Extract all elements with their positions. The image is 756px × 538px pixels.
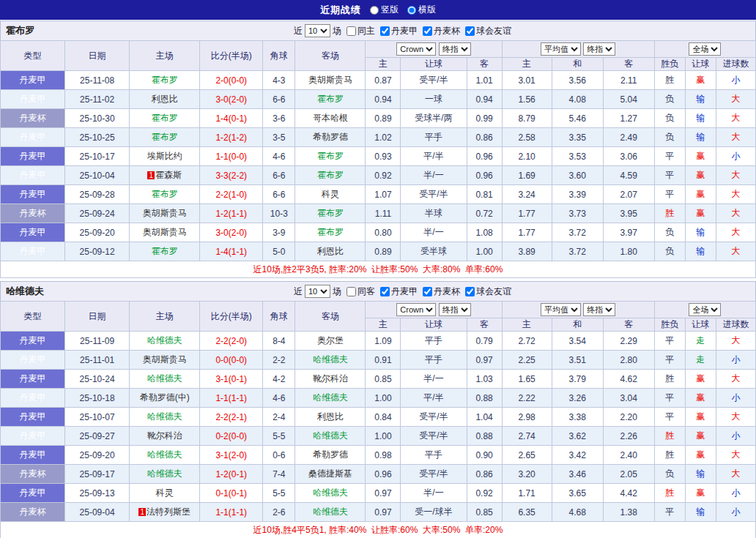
comp-filter-cup[interactable]: 丹麦杯	[420, 285, 460, 298]
scope-select[interactable]: 全场	[689, 303, 721, 316]
home-team-link[interactable]: 埃斯比约	[147, 151, 182, 161]
score-link[interactable]: 2-2(1-0)	[215, 190, 247, 200]
home-team-link[interactable]: 奥胡斯贵马	[143, 208, 187, 218]
odds-company-select[interactable]: Crown	[396, 303, 436, 316]
score-link[interactable]: 0-0(0-0)	[215, 355, 247, 365]
home-team-link[interactable]: 霍布罗	[152, 132, 178, 142]
score-link[interactable]: 3-0(2-0)	[215, 94, 247, 105]
layout-radio-vertical[interactable]	[370, 6, 379, 15]
away-team-link[interactable]: 科灵	[322, 189, 339, 199]
score-link[interactable]: 1-2(1-2)	[215, 132, 247, 143]
away-team-link[interactable]: 希勒罗德	[313, 132, 348, 142]
home-team-link[interactable]: 霍布罗	[152, 75, 178, 85]
away-team-link[interactable]: 奥胡斯贵马	[308, 75, 352, 85]
score-link[interactable]: 3-1(2-0)	[215, 450, 247, 460]
home-team-link[interactable]: 哈维德夫	[147, 449, 182, 460]
score-link[interactable]: 1-4(1-1)	[215, 247, 247, 257]
home-team-link[interactable]: 哈维德夫	[147, 335, 182, 345]
comp-league-checkbox[interactable]	[380, 287, 390, 296]
result-cell: 平	[654, 389, 685, 408]
score-link[interactable]: 3-1(0-1)	[215, 374, 247, 384]
euro-company-select[interactable]: 平均值	[541, 303, 581, 316]
home-team-link[interactable]: 奥胡斯贵马	[143, 227, 187, 237]
score-link[interactable]: 1-2(0-1)	[215, 469, 247, 479]
away-team-link[interactable]: 霍布罗	[317, 151, 344, 161]
odds-cell: 3.24	[502, 185, 552, 204]
odds-time-select[interactable]: 终指	[439, 303, 471, 316]
euro-time-select[interactable]: 终指	[583, 42, 615, 56]
home-team-link[interactable]: 希勒罗德(中)	[140, 392, 190, 403]
away-team-link[interactable]: 奥尔堡	[317, 335, 344, 345]
layout-radio-horizontal[interactable]	[407, 6, 416, 15]
score-link[interactable]: 1-1(1-1)	[215, 393, 247, 403]
odds-company-select[interactable]: Crown	[396, 42, 436, 56]
score-link[interactable]: 2-2(2-1)	[215, 412, 247, 422]
score-link[interactable]: 3-3(2-2)	[215, 171, 247, 181]
comp-friendly-checkbox[interactable]	[465, 287, 475, 296]
score-link[interactable]: 1-4(0-1)	[215, 113, 247, 124]
home-team-link[interactable]: 科灵	[156, 487, 174, 498]
comp-filter-friendly[interactable]: 球会友谊	[462, 25, 511, 37]
comp-filter-league[interactable]: 丹麦甲	[377, 285, 418, 298]
away-team-link[interactable]: 哈维德夫	[313, 507, 348, 517]
home-team-link[interactable]: 霍森斯	[155, 170, 182, 180]
away-team-link[interactable]: 靴尔科治	[313, 373, 348, 384]
handicap-result-cell: 赢	[685, 147, 716, 166]
scope-select[interactable]: 全场	[689, 42, 721, 56]
comp-filter-cup[interactable]: 丹麦杯	[420, 25, 460, 37]
away-team-link[interactable]: 霍布罗	[317, 208, 344, 218]
score-cell: 1-2(1-1)	[200, 204, 263, 223]
home-team-link[interactable]: 奥胡斯贵马	[143, 354, 187, 365]
away-team-link[interactable]: 哥本哈根	[313, 113, 348, 123]
home-team-link[interactable]: 哈维德夫	[147, 468, 182, 479]
home-team-link[interactable]: 霍布罗	[152, 189, 178, 199]
away-team-link[interactable]: 霍布罗	[317, 227, 344, 237]
same-venue-filter[interactable]: 同客	[344, 285, 375, 298]
away-team-link[interactable]: 霍布罗	[317, 94, 344, 104]
comp-filter-friendly[interactable]: 球会友谊	[462, 285, 511, 298]
away-team-link[interactable]: 桑德捷斯基	[308, 468, 352, 479]
home-team-link[interactable]: 霍布罗	[152, 113, 178, 123]
comp-cup-checkbox[interactable]	[423, 287, 432, 296]
comp-friendly-checkbox[interactable]	[465, 26, 475, 36]
score-link[interactable]: 1-1(0-0)	[215, 152, 247, 162]
home-team-link[interactable]: 霍布罗	[152, 246, 178, 256]
euro-time-select[interactable]: 终指	[583, 303, 615, 316]
layout-option-vertical[interactable]: 竖版	[370, 4, 399, 16]
home-team-link[interactable]: 靴尔科治	[147, 430, 182, 441]
away-team-link[interactable]: 哈维德夫	[313, 487, 348, 498]
score-link[interactable]: 2-0(0-0)	[215, 75, 247, 86]
odds-cell: 2.26	[603, 427, 654, 446]
home-team-link[interactable]: 哈维德夫	[147, 411, 182, 422]
recent-count-select[interactable]: 10	[305, 24, 330, 37]
score-link[interactable]: 0-1(0-1)	[215, 488, 247, 498]
same-venue-checkbox[interactable]	[346, 287, 356, 296]
score-link[interactable]: 1-2(1-1)	[215, 209, 247, 219]
comp-league-checkbox[interactable]	[380, 26, 390, 36]
comp-filter-league[interactable]: 丹麦甲	[377, 25, 418, 37]
away-team-link[interactable]: 霍布罗	[317, 170, 344, 180]
score-link[interactable]: 2-2(2-0)	[215, 336, 247, 346]
same-venue-checkbox[interactable]	[346, 26, 356, 36]
away-team-link[interactable]: 哈维德夫	[313, 430, 348, 441]
score-link[interactable]: 0-2(0-0)	[215, 431, 247, 441]
home-team-link[interactable]: 哈维德夫	[147, 373, 182, 384]
same-venue-filter[interactable]: 同主	[344, 25, 375, 37]
away-team-link[interactable]: 哈维德夫	[313, 392, 348, 403]
home-team-link[interactable]: 法特列斯堡	[147, 507, 190, 517]
col-euro-draw: 和	[552, 58, 603, 71]
score-link[interactable]: 1-1(1-1)	[215, 507, 247, 518]
away-team-link[interactable]: 希勒罗德	[313, 449, 348, 460]
away-team-cell: 利恩比	[295, 242, 366, 261]
away-team-link[interactable]: 哈维德夫	[313, 354, 348, 365]
recent-count-select[interactable]: 10	[305, 285, 330, 298]
comp-cup-checkbox[interactable]	[423, 26, 432, 36]
home-team-link[interactable]: 利恩比	[152, 94, 178, 104]
away-team-link[interactable]: 利恩比	[317, 411, 344, 422]
away-team-link[interactable]: 利恩比	[317, 246, 344, 256]
euro-company-select[interactable]: 平均值	[541, 42, 581, 56]
match-row: 丹麦甲25-10-07哈维德夫2-2(2-1)2-4利恩比0.84受平/半1.0…	[1, 408, 756, 427]
score-link[interactable]: 3-0(2-0)	[215, 228, 247, 238]
odds-time-select[interactable]: 终指	[439, 42, 471, 56]
layout-option-horizontal[interactable]: 横版	[407, 4, 436, 16]
